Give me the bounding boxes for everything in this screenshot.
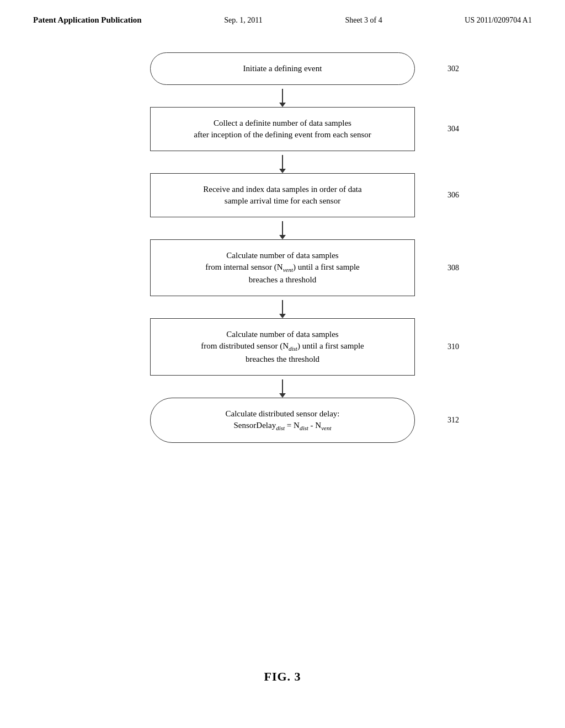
node-312-wrapper: Calculate distributed sensor delay:Senso… <box>95 398 470 443</box>
arrow-line-2 <box>282 155 283 169</box>
publication-title: Patent Application Publication <box>33 15 142 25</box>
node-310: Calculate number of data samplesfrom dis… <box>150 318 415 375</box>
sheet-info: Sheet 3 of 4 <box>345 16 382 25</box>
main-content: Initiate a defining event 302 Collect a … <box>0 25 565 443</box>
label-302: 302 <box>447 65 459 73</box>
node-308: Calculate number of data samplesfrom int… <box>150 239 415 296</box>
node-304-wrapper: Collect a definite number of data sample… <box>95 107 470 151</box>
arrow-2 <box>95 151 470 173</box>
figure-caption: FIG. 3 <box>264 670 301 684</box>
arrow-line-4 <box>282 300 283 314</box>
label-304: 304 <box>447 125 459 133</box>
arrow-line-1 <box>282 89 283 103</box>
node-308-wrapper: Calculate number of data samplesfrom int… <box>95 239 470 296</box>
page-header: Patent Application Publication Sep. 1, 2… <box>0 0 565 25</box>
arrow-1 <box>95 85 470 107</box>
label-308: 308 <box>447 264 459 272</box>
node-302-wrapper: Initiate a defining event 302 <box>95 52 470 85</box>
arrow-line-5 <box>282 379 283 394</box>
node-306: Receive and index data samples in order … <box>150 173 415 217</box>
node-304: Collect a definite number of data sample… <box>150 107 415 151</box>
patent-number: US 2011/0209704 A1 <box>465 16 532 25</box>
node-306-wrapper: Receive and index data samples in order … <box>95 173 470 217</box>
arrow-3 <box>95 217 470 239</box>
node-310-wrapper: Calculate number of data samplesfrom dis… <box>95 318 470 375</box>
node-312: Calculate distributed sensor delay:Senso… <box>150 398 415 443</box>
publication-date: Sep. 1, 2011 <box>224 16 262 25</box>
arrow-4 <box>95 296 470 318</box>
arrow-line-3 <box>282 221 283 235</box>
node-302: Initiate a defining event <box>150 52 415 85</box>
label-306: 306 <box>447 191 459 200</box>
label-312: 312 <box>447 416 459 425</box>
label-310: 310 <box>447 342 459 351</box>
flowchart: Initiate a defining event 302 Collect a … <box>95 52 470 443</box>
arrow-5 <box>95 376 470 398</box>
